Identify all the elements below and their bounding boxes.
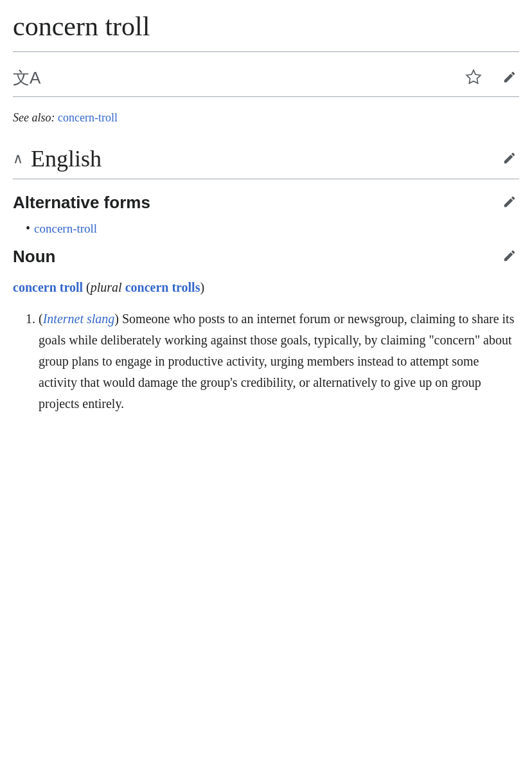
language-header-left: ∧ English — [13, 145, 102, 172]
noun-header: Noun — [13, 246, 519, 267]
bullet-icon: • — [26, 221, 30, 236]
plural-label: plural — [91, 280, 122, 294]
alt-forms-pencil-icon — [502, 195, 517, 209]
noun-edit-button[interactable] — [500, 246, 519, 267]
translate-icon[interactable]: 文A — [13, 67, 40, 89]
definition-paren-open: ( — [39, 312, 43, 326]
definition-text: Someone who posts to an internet forum o… — [39, 312, 514, 411]
noun-headword-line: concern troll (plural concern trolls) — [13, 278, 519, 297]
collapse-chevron-icon[interactable]: ∧ — [13, 150, 23, 167]
star-button[interactable] — [463, 66, 484, 90]
see-also-label: See also: concern-troll — [13, 111, 118, 124]
toolbar-divider — [13, 96, 519, 97]
language-edit-button[interactable] — [500, 148, 519, 170]
definition-item: (Internet slang) Someone who posts to an… — [39, 308, 519, 414]
list-item: • concern-troll — [26, 221, 519, 236]
alt-forms-title: Alternative forms — [13, 193, 150, 213]
concern-troll-alt-link[interactable]: concern-troll — [34, 222, 97, 236]
alternative-forms-subsection: Alternative forms • concern-troll — [13, 192, 519, 236]
see-also-link[interactable]: concern-troll — [58, 111, 118, 124]
internet-slang-link[interactable]: Internet slang — [43, 312, 115, 326]
page-title: concern troll — [13, 10, 519, 42]
toolbar-row: 文A — [13, 60, 519, 96]
definition-list: (Internet slang) Someone who posts to an… — [13, 308, 519, 414]
language-section: ∧ English Alternative forms — [13, 139, 519, 414]
alt-forms-edit-button[interactable] — [500, 192, 519, 213]
see-also-prefix: See also: — [13, 111, 55, 124]
noun-subsection: Noun concern troll (plural concern troll… — [13, 246, 519, 414]
pencil-icon — [502, 70, 517, 84]
headword-paren-open: ( — [86, 280, 91, 294]
language-title: English — [31, 145, 102, 172]
noun-title: Noun — [13, 247, 55, 267]
alt-forms-list: • concern-troll — [13, 221, 519, 236]
noun-pencil-icon — [502, 249, 517, 263]
see-also-row: See also: concern-troll — [13, 105, 519, 134]
star-icon — [465, 69, 482, 85]
language-header: ∧ English — [13, 139, 519, 179]
plural-link[interactable]: concern trolls — [125, 280, 200, 294]
page-container: concern troll 文A See also: conce — [0, 0, 532, 453]
headword-link[interactable]: concern troll — [13, 280, 83, 294]
definition-paren-close: ) — [114, 312, 119, 326]
language-divider — [13, 179, 519, 179]
edit-button[interactable] — [500, 67, 519, 89]
title-divider — [13, 51, 519, 52]
toolbar-right — [463, 66, 519, 90]
toolbar-left: 文A — [13, 67, 40, 89]
alt-forms-header: Alternative forms — [13, 192, 519, 213]
headword-paren-close: ) — [200, 280, 204, 294]
language-pencil-icon — [502, 151, 517, 165]
